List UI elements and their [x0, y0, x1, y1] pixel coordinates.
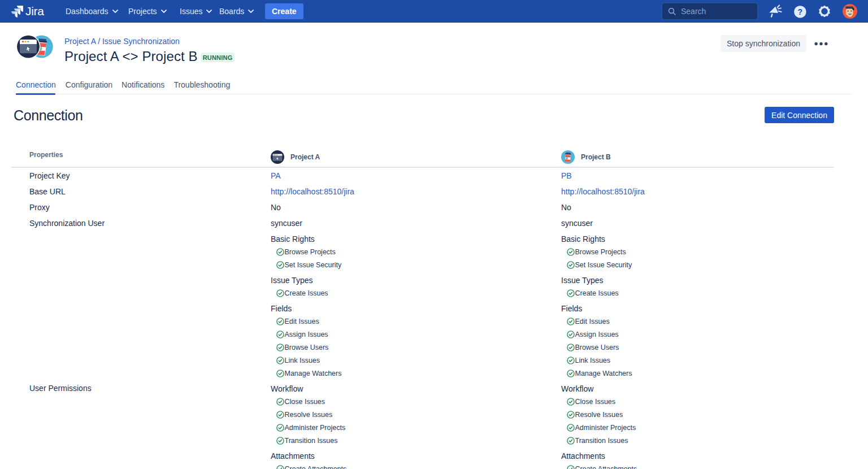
svg-text:?: ?	[798, 7, 803, 16]
